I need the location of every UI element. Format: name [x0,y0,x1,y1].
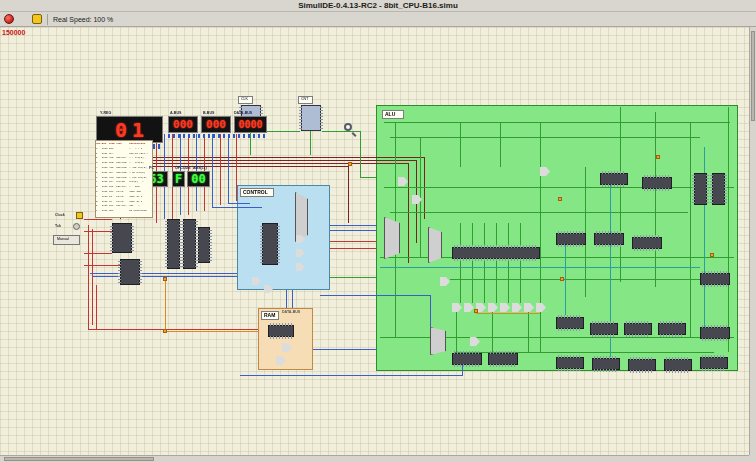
scrollbar-corner [749,455,756,462]
display-pin-strip [168,134,266,138]
ic-chip[interactable] [700,327,730,339]
ic-chip[interactable] [632,237,662,249]
ic-chip[interactable] [452,247,540,259]
junction-node[interactable] [560,277,564,281]
logic-gate-icon[interactable] [252,277,261,285]
junction-node[interactable] [558,197,562,201]
real-speed-label: Real Speed: 100 % [53,16,113,23]
instruction-table[interactable]: HEX BIN NAME CTRL DESCRIPTION 0 0000 INC… [95,140,153,218]
horizontal-scrollbar-thumb[interactable] [4,457,154,461]
ic-chip[interactable] [268,325,294,337]
b-bus-label: B-BUS [203,111,214,115]
cycle-counter: 150000 [2,29,25,36]
junction-node[interactable] [656,155,660,159]
circuit-canvas[interactable]: 150000 ALU CONTROL RAM DATA-BUS Y-REG A-… [0,27,749,455]
abs-display[interactable]: 00 [187,171,210,187]
ic-chip[interactable] [700,273,730,285]
toolbar: Real Speed: 100 % [0,12,756,27]
ic-chip[interactable] [700,357,728,369]
logic-gate-icon[interactable] [536,303,546,312]
data-bus-label: DATA-BUS [234,111,252,115]
ic-chip[interactable] [664,359,692,371]
logic-gate-icon[interactable] [452,303,462,312]
opcode-display[interactable]: F [172,171,185,187]
component-layer [0,27,749,455]
mux-component[interactable] [428,227,442,263]
logic-gate-icon[interactable] [296,249,305,257]
ic-chip[interactable] [183,219,196,269]
tck-label: Tck [55,224,61,228]
ic-chip[interactable] [590,323,618,335]
vertical-scrollbar-thumb[interactable] [751,31,755,121]
toolbar-separator [47,14,48,25]
vertical-scrollbar[interactable] [749,27,756,455]
ic-chip[interactable] [556,357,584,369]
magnifier-icon[interactable] [344,123,352,131]
control-label: CONTROL [240,188,274,197]
logic-gate-icon[interactable] [464,303,474,312]
instruction-table-rows: 0 0000 INC --- A = A + 11 0001 RLA --- R… [96,146,153,213]
pc-label: PC [149,166,154,170]
ic-chip[interactable] [198,227,210,263]
clock-label: Clock [55,213,65,217]
junction-node[interactable] [163,277,167,281]
logic-gate-icon[interactable] [412,195,422,204]
table-row: F 1111 NOP --- NO OPERATION [96,208,153,213]
junction-node[interactable] [474,309,478,313]
ram-label: RAM [261,311,279,320]
logic-gate-icon[interactable] [398,177,408,186]
simulide-window: SimulIDE-0.4.13-RC2 - 8bit_CPU-B16.simu … [0,0,756,462]
ic-chip[interactable] [112,223,132,253]
b-bus-display[interactable]: 000 [201,116,231,133]
ic-chip[interactable] [628,359,656,371]
ic-chip[interactable] [624,323,652,335]
logic-gate-icon[interactable] [440,277,450,286]
logic-gate-icon[interactable] [282,343,292,352]
logic-gate-icon[interactable] [296,263,305,271]
ic-chip[interactable] [600,173,628,185]
ic-chip[interactable] [556,233,586,245]
title-bar[interactable]: SimulIDE-0.4.13-RC2 - 8bit_CPU-B16.simu [0,0,756,12]
abs-label: ABS(11) [193,166,207,170]
logic-gate-icon[interactable] [470,337,480,346]
logic-gate-icon[interactable] [524,303,534,312]
mux-component[interactable] [384,217,400,259]
ram-bus-label: DATA-BUS [282,310,300,314]
ic-chip[interactable] [642,177,672,189]
data-bus-display[interactable]: 0000 [234,116,267,133]
logic-gate-icon[interactable] [488,303,498,312]
ic-chip[interactable] [594,233,624,245]
y-reg-display[interactable]: 01 [96,116,163,143]
ic-chip[interactable] [658,323,686,335]
a-bus-display[interactable]: 000 [168,116,198,133]
window-title: SimulIDE-0.4.13-RC2 - 8bit_CPU-B16.simu [298,1,458,10]
cnt-chip-label: CNT [298,96,313,104]
mux-component[interactable] [295,192,308,242]
ic-chip[interactable] [556,317,584,329]
logic-gate-icon[interactable] [500,303,510,312]
logic-gate-icon[interactable] [540,167,550,176]
ic-chip[interactable] [262,223,278,265]
ic-chip[interactable] [592,358,620,370]
horizontal-scrollbar[interactable] [0,455,749,462]
alu-label: ALU [382,110,404,119]
ic-chip[interactable] [488,353,518,365]
logic-gate-icon[interactable] [264,285,273,293]
tck-button[interactable] [73,223,80,230]
junction-node[interactable] [710,253,714,257]
logic-gate-icon[interactable] [512,303,522,312]
ic-chip[interactable] [120,259,140,285]
ic-chip[interactable] [167,219,180,269]
debug-button[interactable] [32,14,42,24]
ic-chip[interactable] [452,353,482,365]
logic-gate-icon[interactable] [276,356,286,365]
mux-component[interactable] [430,327,446,355]
junction-node[interactable] [163,329,167,333]
manual-button[interactable]: Manual [53,235,80,245]
ic-chip[interactable] [694,173,707,205]
clk-chip-label: CLK [238,96,253,104]
clock-source-icon[interactable] [76,212,83,219]
power-button[interactable] [4,14,14,24]
ic-chip[interactable] [712,173,725,205]
junction-node[interactable] [348,162,352,166]
